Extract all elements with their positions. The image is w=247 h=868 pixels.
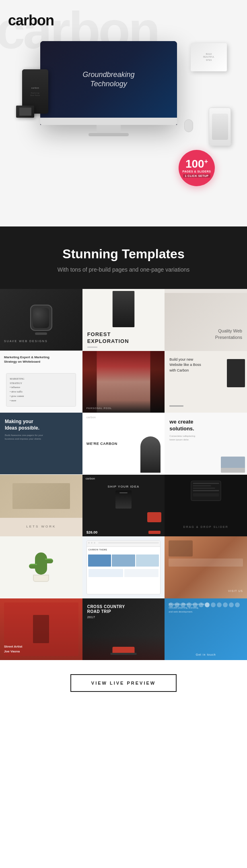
suave-label: SUAVE WEB DESIGNS <box>4 340 48 343</box>
stunning-subtitle: With tons of pre-build pages and one-pag… <box>8 266 239 273</box>
stunning-title: Stunning Templates <box>8 247 239 262</box>
wecarbon-logo: carbon <box>86 416 96 419</box>
preview-section: VIEW LIVE PREVIEW <box>0 660 247 706</box>
boss-text: Build your newWebsite like a Bosswith Ca… <box>169 357 201 374</box>
street-text: Street ArtistJoe Vasna <box>4 644 23 654</box>
food-label: VISIT US <box>228 590 243 592</box>
hero-section: carbon carbon carbonExploringNew Paths G… <box>0 0 247 226</box>
grid-item-boss[interactable]: Build your newWebsite like a Bosswith Ca… <box>165 351 247 413</box>
wecarbon-text: WE'RE CARBON <box>86 442 117 446</box>
small-device-bottom <box>16 106 34 118</box>
grid-item-foodstyle[interactable]: VISIT US <box>165 536 247 598</box>
grid-item-redhead[interactable]: PERSONAL POOL <box>82 351 165 413</box>
grid-item-cactus[interactable] <box>0 536 82 598</box>
letswork-label: LETS WORK <box>0 525 82 528</box>
grid-item-getintouch[interactable]: We provide different services thatinclud… <box>165 598 247 660</box>
hero-mockup-container: carbonExploringNew Paths Groundbreaking … <box>8 33 239 202</box>
carbontheme-screen: CARBON THEME <box>86 540 161 594</box>
grid-item-forest[interactable]: FORESTEXPLORATION <box>82 289 165 351</box>
grid-item-solutions[interactable]: we createsolutions. Consectetur adispisc… <box>165 413 247 475</box>
monitor-device: Groundbreaking Technology <box>40 41 177 136</box>
making-title: Making yourIdeas possible. Build Awesome… <box>5 419 43 441</box>
ship-price: $26.00 <box>86 530 98 534</box>
solutions-title: we createsolutions. Consectetur adispisc… <box>169 419 195 442</box>
view-live-preview-button[interactable]: VIEW LIVE PREVIEW <box>70 674 177 692</box>
grid-item-whiteboard[interactable]: Marketing Expert & MarketingStrategy on … <box>0 351 82 413</box>
monitor-text: Groundbreaking Technology <box>82 70 134 89</box>
template-grid: SUAVE WEB DESIGNS FORESTEXPLORATION Qual… <box>0 289 247 660</box>
grid-item-wecarbon[interactable]: carbon WE'RE CARBON <box>82 413 165 475</box>
grid-item-streetartist[interactable]: Street ArtistJoe Vasna <box>0 598 82 660</box>
grid-item-roadtrip[interactable]: CROSS COUNTRYROAD TRIP 2017 <box>82 598 165 660</box>
mouse-accessory <box>184 119 193 132</box>
roadtrip-title: CROSS COUNTRYROAD TRIP 2017 <box>87 604 125 620</box>
stunning-section: Stunning Templates With tons of pre-buil… <box>0 226 247 289</box>
forest-title: FORESTEXPLORATION <box>87 331 129 345</box>
dragdrop-label: DRAG & DROP SLIDER <box>165 525 247 528</box>
grid-item-quality[interactable]: Quality WebPresentations <box>165 289 247 351</box>
grid-item-shipidea[interactable]: carbon Ship Your Idea $26.00 <box>82 475 165 537</box>
grid-item-carbontheme[interactable]: CARBON THEME <box>82 536 165 598</box>
grid-item-letswork[interactable]: LETS WORK <box>0 475 82 536</box>
grid-item-dragdrop[interactable]: DRAG & DROP SLIDER <box>165 475 247 537</box>
grid-item-making[interactable]: Making yourIdeas possible. Build Awesome… <box>0 413 82 474</box>
brand-logo: carbon <box>8 12 239 29</box>
getintouch-label: Get in touch <box>165 653 247 656</box>
redhead-label: PERSONAL POOL <box>86 407 162 409</box>
pages-badge: 100 + PAGES & SLIDERS 1 CLICK SETUP <box>179 150 215 186</box>
grid-item-dark-watch[interactable]: SUAVE WEB DESIGNS <box>0 289 82 351</box>
